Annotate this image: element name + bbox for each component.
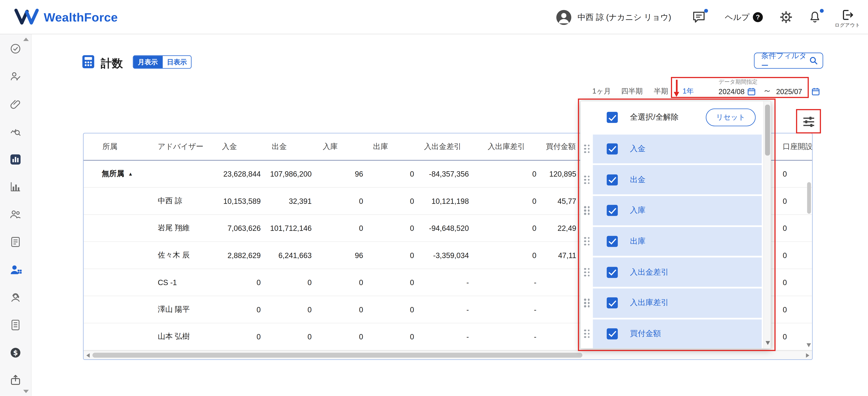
column-item: 出金 <box>581 164 764 195</box>
column-item: 入庫 <box>581 195 764 226</box>
chart-search-icon <box>9 126 22 138</box>
col-header-accounts: 口座開設数 <box>782 142 812 152</box>
period-half[interactable]: 半期 <box>654 86 668 96</box>
condition-filter-button[interactable]: 条件フィルター <box>754 53 823 69</box>
bell-icon <box>808 10 822 24</box>
cell-accounts: 0 <box>782 170 812 178</box>
period-1month[interactable]: 1ヶ月 <box>592 86 611 96</box>
drag-handle-icon[interactable] <box>584 206 589 215</box>
select-all-label: 全選択/全解除 <box>630 113 679 123</box>
column-checkbox[interactable] <box>607 267 618 278</box>
date-to-field[interactable]: 2025/07 <box>776 87 820 96</box>
drag-handle-icon[interactable] <box>584 330 589 338</box>
scroll-left-icon[interactable] <box>86 353 90 358</box>
table-vertical-scrollbar-thumb[interactable] <box>807 182 811 214</box>
date-from-value: 2024/08 <box>718 87 745 96</box>
sidebar-item-support[interactable] <box>5 287 26 307</box>
collapse-triangle-icon[interactable]: ▲ <box>128 171 133 177</box>
notes-document-icon <box>9 319 22 331</box>
document-list-icon <box>9 236 22 248</box>
column-item-label[interactable]: 入出金差引 <box>630 267 669 277</box>
sidebar-item-contracts[interactable] <box>5 66 26 86</box>
column-checkbox[interactable] <box>607 236 618 247</box>
cell-deposit: 23,628,844 <box>215 170 265 178</box>
chat-button[interactable] <box>692 10 706 24</box>
sidebar-item-account-management-active[interactable] <box>5 260 26 280</box>
sidebar-item-reports[interactable] <box>5 150 26 170</box>
sidebar-item-approval[interactable] <box>5 39 26 59</box>
scroll-right-icon[interactable] <box>806 353 809 358</box>
sidebar-scroll-down-icon[interactable] <box>23 390 29 393</box>
cell-purchase: 120,895 <box>540 170 579 178</box>
drag-handle-icon[interactable] <box>584 299 589 307</box>
sidebar-item-attachments[interactable] <box>5 94 26 114</box>
col-header-purchase: 買付金額 <box>540 142 579 152</box>
select-all-checkbox[interactable] <box>607 112 618 123</box>
drag-handle-icon[interactable] <box>584 237 589 245</box>
column-item-label[interactable]: 買付金額 <box>630 329 661 339</box>
dropdown-scrollbar-thumb[interactable] <box>765 104 770 155</box>
avatar[interactable] <box>556 9 572 25</box>
help-label: ヘルプ <box>725 12 750 22</box>
sidebar-item-fees[interactable]: $ <box>5 343 26 363</box>
sidebar-item-notes[interactable] <box>5 315 26 335</box>
drag-handle-icon[interactable] <box>584 268 589 276</box>
settings-button[interactable] <box>779 10 793 24</box>
column-checkbox[interactable] <box>607 205 618 216</box>
logout-button[interactable]: ログアウト <box>835 8 860 29</box>
help-button[interactable]: ヘルプ ? <box>725 12 763 22</box>
sidebar-item-customers[interactable] <box>5 204 26 224</box>
period-1year-selected[interactable]: 1年 <box>683 86 694 96</box>
column-item-label[interactable]: 入金 <box>630 144 646 154</box>
search-icon <box>809 56 817 65</box>
tune-sliders-icon <box>802 115 816 129</box>
dropdown-scrollbar[interactable] <box>764 101 771 348</box>
cell-net-stock: 0 <box>482 170 540 178</box>
column-item-label[interactable]: 出金 <box>630 175 646 185</box>
column-checkbox[interactable] <box>607 174 618 185</box>
cell-stock-in: 96 <box>317 170 368 178</box>
col-header-advisor: アドバイザー <box>151 142 215 152</box>
date-from-field[interactable]: 2024/08 <box>718 87 755 96</box>
sidebar-item-list[interactable] <box>5 232 26 252</box>
col-header-net-stock: 入出庫差引 <box>482 142 540 152</box>
col-header-stock-in: 入庫 <box>317 142 368 152</box>
drag-handle-icon[interactable] <box>584 175 589 184</box>
column-settings-button[interactable] <box>799 113 818 131</box>
column-item-label[interactable]: 出庫 <box>630 236 646 246</box>
bell-notification-dot <box>820 9 824 13</box>
sidebar-item-analysis[interactable] <box>5 122 26 142</box>
column-checkbox[interactable] <box>607 298 618 309</box>
column-checkbox[interactable] <box>607 143 618 154</box>
col-header-net-cash: 入出金差引 <box>418 142 482 152</box>
dropdown-scroll-down-icon[interactable] <box>765 341 770 345</box>
month-view-button[interactable]: 月表示 <box>133 56 162 68</box>
advisor-name: CS -1 <box>151 278 215 286</box>
drag-handle-icon[interactable] <box>584 145 589 153</box>
column-item-label[interactable]: 入庫 <box>630 206 646 216</box>
table-horizontal-scrollbar[interactable] <box>84 351 812 359</box>
people-icon <box>9 208 22 220</box>
horizontal-scrollbar-thumb[interactable] <box>93 353 582 358</box>
calculator-icon <box>81 54 96 71</box>
sidebar-item-export[interactable] <box>5 370 26 390</box>
advisor-name: 中西 諒 <box>151 196 215 206</box>
table-scroll-down-icon[interactable] <box>807 343 811 347</box>
reset-button[interactable]: リセット <box>706 109 756 126</box>
brand-logo[interactable]: WealthForce <box>14 8 118 27</box>
column-selector-items: 入金 出金 入庫 出庫 <box>581 133 764 348</box>
group-label: 無所属 <box>102 169 124 179</box>
view-toggle: 月表示 日表示 <box>133 56 191 69</box>
calendar-icon <box>747 87 755 96</box>
cell-withdrawal: 107,986,200 <box>265 170 317 178</box>
sidebar-item-performance[interactable] <box>5 177 26 196</box>
day-view-button[interactable]: 日表示 <box>162 56 191 68</box>
user-name: 中西 諒 (ナカニシ リョウ) <box>578 12 671 22</box>
column-item-label[interactable]: 入出庫差引 <box>630 298 669 308</box>
advisor-name: 佐々木 辰 <box>151 250 215 260</box>
notifications-button[interactable] <box>808 10 822 24</box>
period-quarter[interactable]: 四半期 <box>621 86 643 96</box>
bar-chart-dark-icon <box>9 153 22 165</box>
column-selector-dropdown: 全選択/全解除 リセット 入金 出金 入庫 <box>580 101 771 349</box>
column-checkbox[interactable] <box>607 328 618 339</box>
